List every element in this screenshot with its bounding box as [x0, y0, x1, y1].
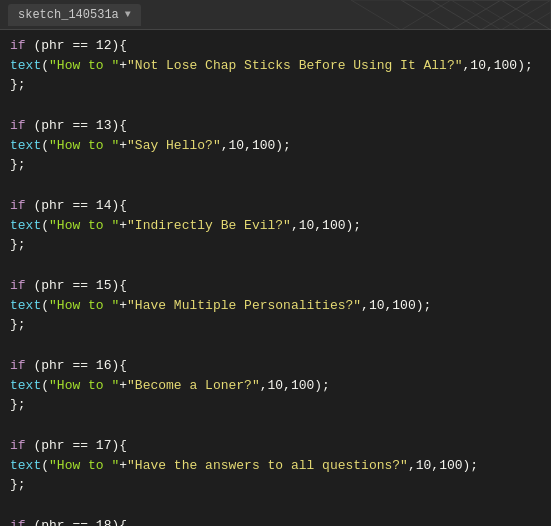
tab-label[interactable]: sketch_140531a ▼ — [8, 4, 141, 26]
code-block-18: if (phr == 18){ text("How to "+"Play an … — [10, 516, 541, 526]
code-block-16: if (phr == 16){ text("How to "+"Become a… — [10, 356, 541, 415]
svg-marker-2 — [431, 0, 531, 30]
svg-marker-1 — [351, 0, 551, 30]
svg-marker-3 — [471, 0, 551, 30]
dropdown-arrow-icon[interactable]: ▼ — [125, 9, 131, 20]
svg-marker-0 — [401, 0, 551, 30]
code-block-14: if (phr == 14){ text("How to "+"Indirect… — [10, 196, 541, 255]
bg-decoration — [351, 0, 551, 30]
code-block-15: if (phr == 15){ text("How to "+"Have Mul… — [10, 276, 541, 335]
title-bar: sketch_140531a ▼ — [0, 0, 551, 30]
tab-title: sketch_140531a — [18, 8, 119, 22]
code-block-17: if (phr == 17){ text("How to "+"Have the… — [10, 436, 541, 495]
code-block-12: if (phr == 12){ text("How to "+"Not Lose… — [10, 36, 541, 95]
code-area: if (phr == 12){ text("How to "+"Not Lose… — [0, 30, 551, 526]
code-block-13: if (phr == 13){ text("How to "+"Say Hell… — [10, 116, 541, 175]
